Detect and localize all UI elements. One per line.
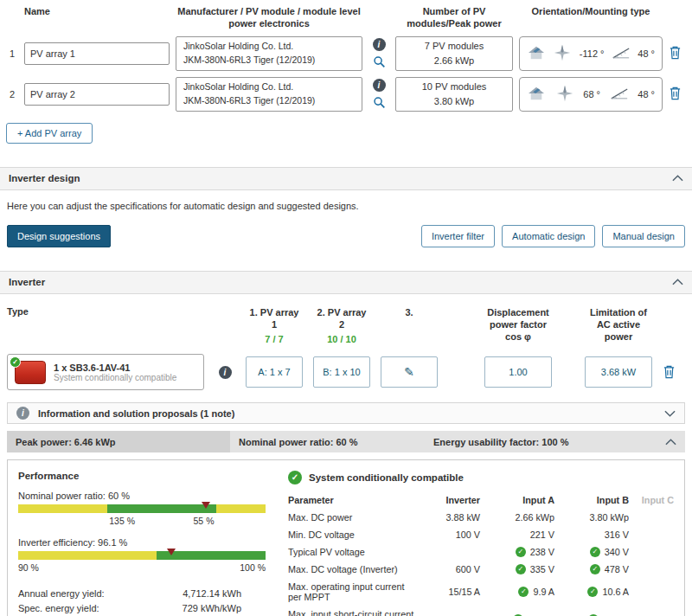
section-title: Inverter — [9, 277, 45, 287]
param-label: Max. operating input current per MPPT — [288, 581, 414, 602]
delete-pv-array-button[interactable] — [669, 45, 682, 60]
input-a-value: 9.9 A — [533, 587, 554, 597]
input-b-value: 478 V — [605, 564, 629, 574]
inverter-design-section: Inverter design Here you can adjust the … — [0, 167, 692, 260]
azimuth-value: -112 ° — [580, 48, 605, 59]
module-count-box[interactable]: 10 PV modules 3.80 kWp — [395, 77, 513, 112]
collapse-chevron-up-icon[interactable] — [672, 173, 683, 183]
input-b-value: 340 V — [605, 547, 629, 557]
manufacturer-text: JinkoSolar Holding Co. Ltd. — [183, 40, 355, 54]
pv-array-table: Name Manufacturer / PV module / module l… — [0, 0, 692, 156]
add-pv-array-button[interactable]: + Add PV array — [6, 123, 93, 144]
param-label: Typical PV voltage — [288, 547, 414, 557]
module-count-text: 10 PV modules — [422, 80, 487, 94]
module-info-icon[interactable]: i — [373, 79, 386, 92]
design-suggestions-button[interactable]: Design suggestions — [7, 225, 111, 247]
inverter-filter-button[interactable]: Inverter filter — [421, 225, 495, 247]
input-b-config-box[interactable]: B: 1 x 10 — [313, 356, 370, 388]
tilt-value: 48 ° — [638, 48, 655, 59]
azimuth-value: 68 ° — [583, 89, 600, 99]
information-proposals-row[interactable]: i Information and solution proposals (1 … — [7, 402, 685, 424]
ok-check-icon: ✓ — [518, 587, 529, 597]
input-a-value: 221 V — [530, 529, 554, 540]
inverter-summary-bar[interactable]: Peak power: 6.46 kWp Nominal power ratio… — [7, 431, 685, 452]
ok-check-icon: ✓ — [590, 564, 600, 574]
inverter-name: 1 x SB3.6-1AV-41 — [54, 363, 176, 373]
cos-phi-box[interactable]: 1.00 — [484, 356, 552, 388]
input-a-value: 2.66 kWp — [515, 512, 554, 523]
array2-count: 10 / 10 — [313, 333, 370, 345]
performance-panel: Performance Nominal power ratio: 60 % 13… — [18, 471, 266, 616]
gauge-label: Inverter efficiency: 96.1 % — [18, 537, 266, 548]
input-3-edit-box[interactable]: ✎ — [381, 356, 438, 388]
inverter-header[interactable]: Inverter — [0, 271, 692, 294]
module-search-icon[interactable] — [373, 96, 386, 109]
col-header-input-c: Input C — [634, 495, 674, 505]
inverter-status-check-icon: ✓ — [10, 356, 21, 368]
inverter-info-icon[interactable]: i — [219, 366, 232, 379]
inverter-row: ✓ 1 x SB3.6-1AV-41 System conditionally … — [0, 354, 692, 390]
compatibility-title: System conditionally compatible — [309, 472, 464, 483]
col-header-type: Type — [7, 306, 204, 317]
expand-chevron-down-icon[interactable] — [664, 410, 676, 417]
compatibility-check-icon: ✓ — [288, 471, 302, 484]
pv-system-design-page: Name Manufacturer / PV module / module l… — [0, 0, 692, 616]
ac-limit-box[interactable]: 3.68 kW — [585, 356, 652, 388]
stat-label: Annual energy yield: — [18, 587, 105, 601]
col-header-cos-phi: Displacement power factor cos φ — [484, 306, 552, 343]
col-header-ac-limit: Limitation of AC active power — [585, 306, 652, 343]
roof-icon — [527, 86, 546, 103]
module-count-box[interactable]: 7 PV modules 2.66 kWp — [395, 36, 513, 71]
col-header-array3: 3. — [381, 306, 438, 318]
note-info-icon: i — [16, 407, 29, 420]
module-search-icon[interactable] — [373, 55, 386, 68]
compass-icon — [554, 44, 571, 63]
inverter-design-header[interactable]: Inverter design — [0, 167, 692, 190]
manual-design-button[interactable]: Manual design — [602, 225, 685, 247]
orientation-box[interactable]: -112 ° 48 ° — [519, 36, 663, 71]
ok-check-icon: ✓ — [516, 564, 526, 574]
inverter-value: 100 V — [420, 529, 480, 540]
compatibility-table: Parameter Inverter Input A Input B Input… — [288, 495, 674, 616]
ok-check-icon: ✓ — [516, 547, 526, 557]
nominal-ratio-summary: Nominal power ratio: 60 % — [230, 437, 433, 447]
pv-module-select-box[interactable]: JinkoSolar Holding Co. Ltd. JKM-380N-6RL… — [176, 77, 362, 112]
param-label: Max. DC voltage (Inverter) — [288, 564, 414, 574]
col-header-inverter: Inverter — [420, 495, 480, 505]
module-text: JKM-380N-6RL3 Tiger (12/2019) — [183, 94, 355, 108]
inverter-value: 15/15 A — [420, 587, 480, 597]
section-title: Inverter design — [9, 173, 80, 183]
collapse-chevron-up-icon[interactable] — [672, 277, 683, 287]
param-label: Min. DC voltage — [288, 529, 414, 540]
performance-stats: Annual energy yield: 4,712.14 kWh Spec. … — [18, 587, 241, 616]
row-index: 1 — [6, 48, 18, 59]
collapse-chevron-up-icon[interactable] — [665, 439, 685, 446]
col-header-array1: 1. PV array 1 — [246, 306, 303, 331]
inverter-detail-panel: Performance Nominal power ratio: 60 % 13… — [7, 459, 685, 616]
peak-power-text: 2.66 kWp — [434, 54, 474, 68]
automatic-design-button[interactable]: Automatic design — [502, 225, 595, 247]
input-b-value: 316 V — [605, 529, 629, 540]
orientation-box[interactable]: 68 ° 48 ° — [519, 77, 663, 112]
inverter-type-box[interactable]: ✓ 1 x SB3.6-1AV-41 System conditionally … — [7, 354, 204, 390]
inverter-status-text: System conditionally compatible — [54, 373, 176, 382]
delete-inverter-button[interactable] — [663, 364, 676, 379]
pv-array-name-input[interactable] — [24, 42, 170, 65]
pv-table-header: Name Manufacturer / PV module / module l… — [0, 5, 692, 30]
peak-power-text: 3.80 kWp — [434, 94, 474, 109]
param-label: Max. input short-circuit current per MPP… — [288, 609, 414, 616]
stat-row: Spec. energy yield: 729 kWh/kWp — [18, 601, 241, 616]
pv-array-row: 1 JinkoSolar Holding Co. Ltd. JKM-380N-6… — [0, 36, 692, 71]
input-a-config-box[interactable]: A: 1 x 7 — [246, 356, 303, 388]
pencil-icon: ✎ — [404, 365, 414, 379]
pv-module-select-box[interactable]: JinkoSolar Holding Co. Ltd. JKM-380N-6RL… — [176, 36, 362, 71]
delete-pv-array-button[interactable] — [669, 86, 682, 100]
module-info-icon[interactable]: i — [373, 38, 386, 51]
inverter-design-body: Here you can adjust the specifications f… — [0, 190, 692, 260]
roof-icon — [527, 45, 546, 62]
module-text: JKM-380N-6RL3 Tiger (12/2019) — [183, 54, 355, 67]
col-header-parameter: Parameter — [288, 495, 414, 505]
gauge-scale-labels: 90 %100 % — [18, 562, 266, 574]
gauge-scale-labels: 135 %55 % — [18, 516, 266, 528]
pv-array-name-input[interactable] — [24, 83, 170, 106]
